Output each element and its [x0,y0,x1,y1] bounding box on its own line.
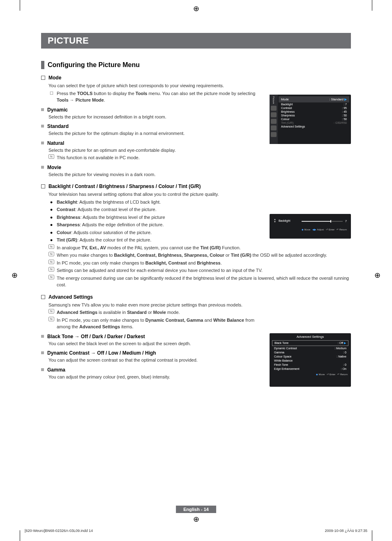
osd-row: Colour Space: Native [270,354,351,358]
note-energy: N The energy consumed during use can be … [48,275,351,288]
osd-row: Brightness: 45 [279,110,349,114]
dynamic-heading: Dynamic [47,107,68,113]
square-bullet-icon [41,184,45,188]
note-icon: N [48,317,54,321]
crop-mark [372,530,372,541]
advanced-note1: N Advanced Settings is available in Stan… [48,309,262,316]
osd-header-right: : Standard [329,98,344,101]
standard-desc: Selects the picture for the optimum disp… [48,130,262,137]
crop-mark [372,0,372,11]
standard-heading: Standard [47,123,69,129]
subsection-picture-params: Backlight / Contrast / Brightness / Shar… [41,183,351,189]
up-down-arrows-icon: ▲▼ [274,218,276,223]
dyncontrast-heading: Dynamic Contrast → Off / Low / Medium / … [47,350,156,356]
bullet-icon: ● [48,214,54,221]
grey-square-icon [41,335,44,338]
mode-tools-note: ☐ Press the TOOLS button to display the … [48,90,262,104]
grey-square-icon [41,125,44,128]
osd-row: Dynamic Contrast: Medium [270,346,351,350]
grey-square-icon [41,142,44,144]
note-osd-adjust: N When you make changes to Backlight, Co… [48,252,351,259]
doc-footer-left: [620-Weuro]BN68-02326A-03L09.indd 14 [25,529,93,533]
osd-tab-icon [271,106,277,111]
osd-footer-hints: ◆ Move ◀▶ Adjust ⏎ Enter ↶ Return [274,228,347,231]
list-item: ●Contrast: Adjusts the contrast level of… [48,206,351,213]
note-icon: N [48,267,54,272]
mode-heading: Mode [48,75,61,81]
blacktone-heading: Black Tone → Off / Dark / Darker / Darke… [47,334,145,339]
right-arrow-icon: ▶ [344,98,347,101]
bullet-icon: ● [48,199,54,206]
grey-square-icon [41,108,44,111]
natural-heading: Natural [47,140,64,146]
movie-desc: Selects the picture for viewing movies i… [48,171,262,178]
mode-desc: You can select the type of picture which… [48,82,262,89]
note-icon: N [48,154,54,159]
osd-row: Black Tone: Off ▶ [272,340,348,346]
square-bullet-icon [41,295,45,299]
osd-row: Backlight: 7 [279,102,349,106]
osd-tab-label: Picture [272,96,275,104]
osd-row: Edge Enhancement: On [270,367,351,371]
bullet-icon: ● [48,229,54,236]
osd-backlight-slider: ▲▼ Backlight 7 ◆ Move ◀▶ Adjust ⏎ Enter … [270,214,351,239]
note-pc-mode: N In PC mode, you can only make changes … [48,260,351,267]
list-item: ●Backlight: Adjusts the brightness of LC… [48,199,351,206]
osd-row: Sharpness: 50 [279,114,349,117]
doc-footer-right: 2009-10-08 ¿ÀÀü 9:27:35 [325,529,367,533]
tools-icon: ☐ [48,90,54,96]
subsection-mode: Mode [41,75,351,81]
advanced-intro: Samsung's new TVs allow you to make even… [48,302,262,309]
osd-slider: 7 [299,220,347,223]
osd-footer-hints: ◆ Move ⏎ Enter ↶ Return [270,371,351,376]
grey-square-icon [41,166,44,169]
crop-mark [20,0,20,11]
document-footer: [620-Weuro]BN68-02326A-03L09.indd 14 200… [25,529,367,533]
subsection-movie: Movie [41,165,351,170]
osd-rows: Black Tone: Off ▶Dynamic Contrast: Mediu… [270,340,351,371]
osd-slider-value: 7 [345,220,347,223]
dynamic-desc: Selects the picture for increased defini… [48,114,262,121]
advanced-note2: N In PC mode, you can only make changes … [48,317,262,330]
bullet-icon: ● [48,237,54,244]
osd-header-left: Mode [281,98,289,101]
osd-row: Colour: 50 [279,117,349,121]
osd-tab-icon [271,119,277,124]
chapter-title-bar: PICTURE [41,33,351,49]
osd-tab-icon [271,112,277,117]
osd-row: Flesh Tone: 0 [270,362,351,367]
registration-mark-bottom: ⊕ [193,515,199,524]
note-icon: N [48,275,54,279]
natural-note-text: This function is not available in PC mod… [57,154,140,161]
osd-row: Tint (G/R): G50/R50 [279,121,349,125]
picture-params-heading: Backlight / Contrast / Brightness / Shar… [48,183,201,189]
registration-mark-left: ⊕ [12,271,18,280]
osd-side-tabs: Picture [270,95,278,144]
osd-slider-label: Backlight [279,219,299,222]
grey-square-icon [41,351,44,354]
note-icon: N [48,309,54,313]
osd-row: Contrast: 95 [279,106,349,110]
grey-square-icon [41,368,44,371]
osd-title: Advanced Settings [270,333,351,340]
section-heading: Configuring the Picture Menu [41,61,351,69]
registration-mark-top: ⊕ [193,4,199,13]
note-icon: N [48,244,54,249]
note-per-input: N Settings can be adjusted and stored fo… [48,267,351,274]
note-analogue: N In analogue TV, Ext., AV modes of the … [48,244,351,251]
natural-note: N This function is not available in PC m… [48,154,262,161]
registration-mark-right: ⊕ [374,271,380,280]
advanced-heading: Advanced Settings [48,294,93,300]
note-icon: N [48,252,54,256]
osd-header-row: Mode : Standard ▶ [279,96,349,102]
tools-text: Press the TOOLS button to display the To… [57,90,262,104]
bullet-icon: ● [48,206,54,213]
osd-rows: Backlight: 7Contrast: 95Brightness: 45Sh… [279,102,349,128]
movie-heading: Movie [47,165,61,170]
subsection-advanced: Advanced Settings [41,294,351,300]
crop-mark [20,530,20,541]
osd-main: Mode : Standard ▶ Backlight: 7Contrast: … [279,96,349,128]
note-icon: N [48,260,54,264]
square-bullet-icon [41,76,45,80]
gamma-heading: Gamma [47,367,65,373]
